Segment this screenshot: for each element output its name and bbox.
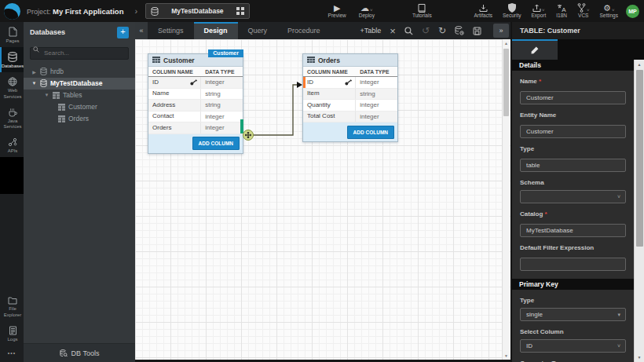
relation-move-anchor[interactable] <box>243 130 254 141</box>
table-inspector-panel: TABLE: Customer Details Name Entity Name… <box>510 22 644 362</box>
pk-type-select[interactable]: single ▾ <box>520 308 626 321</box>
column-row-contact[interactable]: Contact integer <box>148 112 243 123</box>
sidebar-item-web-services[interactable]: Web Services <box>0 72 24 102</box>
select-column-select[interactable]: ID ˅ <box>520 339 626 353</box>
vcs-button[interactable]: ˅ VCS <box>577 3 590 19</box>
entity-title: Orders <box>318 57 340 64</box>
tab-design[interactable]: Design <box>194 22 238 39</box>
canvas-vertical-scrollbar[interactable]: ▲ ▼ <box>502 39 510 360</box>
undo-icon[interactable]: ↺ <box>422 26 430 35</box>
entity-customer[interactable]: Customer Customer COLUMN NAME DATA TYPE … <box>148 53 243 154</box>
sidebar-item-file-explorer[interactable]: File Explorer <box>0 291 24 320</box>
tab-query[interactable]: Query <box>238 22 278 39</box>
top-bar: Project: My First Application › MyTestDa… <box>0 0 644 22</box>
artifacts-button[interactable]: Artifacts <box>474 3 492 19</box>
column-row-quantity[interactable]: Quantity integer <box>303 100 397 112</box>
deploy-button[interactable]: ☁˅ Deploy <box>359 3 375 19</box>
scroll-up-icon[interactable]: ▲ <box>635 62 644 67</box>
caret-collapsed-icon[interactable]: ▶ <box>31 69 37 75</box>
filter-expression-field[interactable] <box>520 258 626 271</box>
entity-column-headers: COLUMN NAME DATA TYPE <box>148 67 243 77</box>
scroll-down-icon[interactable]: ▼ <box>635 355 644 360</box>
zoom-search-icon[interactable] <box>404 27 413 35</box>
entity-header[interactable]: Orders <box>303 54 397 67</box>
sidebar-item-apis[interactable]: APIs <box>0 133 24 157</box>
scroll-thumb[interactable] <box>503 49 509 116</box>
tab-edit-properties[interactable] <box>512 39 558 60</box>
table-icon <box>307 57 315 64</box>
column-row-id[interactable]: ID integer <box>148 77 243 89</box>
add-database-button[interactable]: + <box>117 27 129 38</box>
inspector-body: Details Name Entity Name Type Schema ˅ C… <box>512 60 634 362</box>
name-field[interactable] <box>520 91 626 104</box>
catalog-field[interactable] <box>520 224 626 237</box>
column-row-address[interactable]: Address string <box>148 100 243 112</box>
tab-settings[interactable]: Settings <box>148 22 194 39</box>
wavemaker-logo-icon[interactable] <box>4 3 20 20</box>
tree-item-orders[interactable]: Orders <box>24 113 135 125</box>
shield-icon <box>508 3 516 13</box>
er-diagram-canvas[interactable]: Customer Customer COLUMN NAME DATA TYPE … <box>135 39 510 360</box>
gear-icon: ⚙˅ <box>603 3 614 13</box>
grid-switcher-icon[interactable] <box>232 4 249 18</box>
entity-title: Customer <box>163 57 195 64</box>
save-icon[interactable] <box>473 27 481 35</box>
scroll-thumb[interactable] <box>636 70 643 247</box>
database-chip[interactable]: MyTestDatabase <box>145 3 249 19</box>
column-row-item[interactable]: Item string <box>303 89 397 101</box>
add-table-button[interactable]: +Table <box>360 27 382 35</box>
left-nav-rail: Pages Databases Web Services Java Servic… <box>0 22 24 362</box>
i18n-button[interactable]: A I18N <box>556 3 567 19</box>
dropdown-arrow-icon: ▾ <box>617 312 620 318</box>
entity-name-field[interactable] <box>520 125 626 138</box>
table-icon <box>53 92 60 99</box>
tree-item-customer[interactable]: Customer <box>24 101 135 113</box>
rail-dark-panel <box>0 157 24 194</box>
tree-item-mytestdatabase[interactable]: ▼ MyTestDatabase <box>24 78 135 90</box>
type-field[interactable] <box>520 159 626 172</box>
tab-procedure[interactable]: Procedure <box>277 22 331 39</box>
filter-expression-label: Default Filter Expression <box>520 244 626 251</box>
db-tools-icon <box>60 349 68 357</box>
tree-item-tables[interactable]: ▼ Tables <box>24 90 135 101</box>
scroll-up-icon[interactable]: ▲ <box>503 41 510 46</box>
user-avatar[interactable]: MP <box>626 5 639 18</box>
sidebar-item-java-services[interactable]: Java Services <box>0 103 24 133</box>
folder-icon <box>8 296 17 305</box>
security-button[interactable]: Security <box>503 3 521 19</box>
catalog-label: Catalog <box>520 210 626 218</box>
download-tray-icon <box>479 3 488 13</box>
project-label: Project: <box>27 8 51 16</box>
tree-item-hrdb[interactable]: ▶ hrdb <box>24 66 135 78</box>
db-update-icon[interactable] <box>455 26 464 35</box>
column-row-name[interactable]: Name string <box>148 89 243 101</box>
globe-icon <box>8 77 17 86</box>
add-column-button[interactable]: ADD COLUMN <box>192 137 240 150</box>
caret-expanded-icon[interactable]: ▼ <box>31 81 37 86</box>
book-icon <box>418 3 426 13</box>
database-icon <box>8 52 17 62</box>
add-column-button[interactable]: ADD COLUMN <box>347 126 394 139</box>
more-options-icon[interactable]: ••• <box>0 346 24 362</box>
schema-select[interactable]: ˅ <box>520 190 626 203</box>
db-tools-button[interactable]: DB Tools <box>24 343 135 362</box>
settings-button[interactable]: ⚙˅ Settings <box>600 3 619 19</box>
column-row-id[interactable]: ID integer <box>303 77 397 89</box>
export-button[interactable]: ˅ Export <box>531 3 546 19</box>
column-row-orders[interactable]: Orders integer <box>148 122 243 134</box>
column-row-total-cost[interactable]: Total Cost integer <box>303 112 397 123</box>
sidebar-item-logs[interactable]: Logs <box>0 321 24 346</box>
collapse-panel-button[interactable]: « <box>135 22 148 39</box>
scroll-down-icon[interactable]: ▼ <box>503 353 510 358</box>
inspector-vertical-scrollbar[interactable]: ▲ ▼ <box>634 60 644 362</box>
tutorials-button[interactable]: Tutorials <box>412 3 432 19</box>
expand-panel-button[interactable]: » <box>493 24 509 38</box>
sidebar-item-pages[interactable]: Pages <box>0 22 24 47</box>
sidebar-item-databases[interactable]: Databases <box>0 47 24 72</box>
redo-icon[interactable]: ↻ <box>438 26 446 35</box>
delete-icon[interactable]: × <box>390 26 396 36</box>
search-input[interactable] <box>30 47 129 60</box>
entity-orders[interactable]: Orders COLUMN NAME DATA TYPE ID integer … <box>302 53 398 142</box>
preview-button[interactable]: ▶ Preview <box>328 3 346 19</box>
caret-expanded-icon[interactable]: ▼ <box>44 93 49 97</box>
